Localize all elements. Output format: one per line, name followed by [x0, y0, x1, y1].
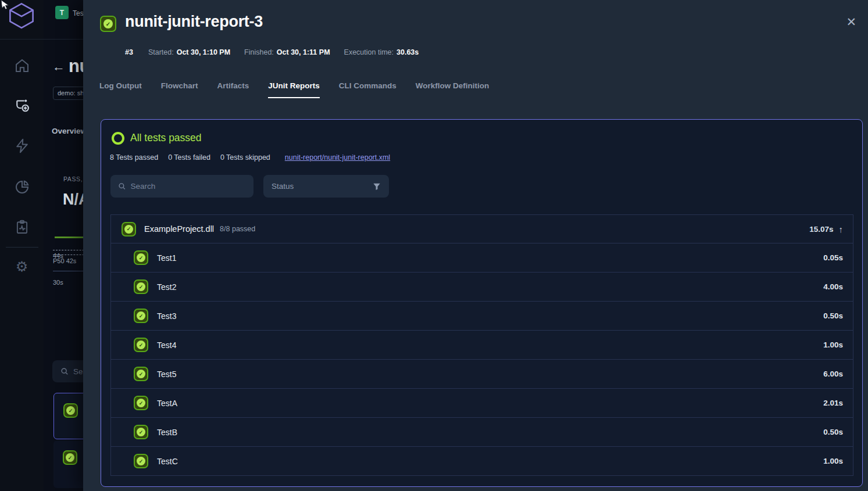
- finished-label: Finished:: [244, 48, 274, 56]
- test-success-badge-icon: ✓: [134, 396, 148, 410]
- test-name: TestB: [157, 428, 177, 437]
- suite-name: ExampleProject.dll: [144, 224, 214, 234]
- test-duration: 1.00s: [823, 341, 843, 349]
- test-duration: 6.00s: [823, 370, 843, 378]
- clipboard-report-icon: [13, 218, 31, 236]
- check-icon: ✓: [137, 399, 145, 407]
- test-search-input[interactable]: [131, 182, 246, 191]
- tests-passed-count: 8 Tests passed: [110, 153, 158, 162]
- test-search-box[interactable]: [110, 175, 253, 198]
- tenant-label: Tes: [73, 9, 84, 17]
- check-icon: ✓: [137, 311, 145, 320]
- execution-time-value: 30.63s: [397, 48, 419, 56]
- test-row[interactable]: ✓ TestC 1.00s: [111, 446, 853, 475]
- check-icon: ✓: [137, 282, 145, 291]
- home-icon: [13, 57, 31, 74]
- test-row[interactable]: ✓ Test2 4.00s: [111, 272, 853, 301]
- test-row[interactable]: ✓ TestB 0.50s: [111, 417, 853, 446]
- search-icon: [60, 367, 69, 375]
- suite-success-badge-icon: ✓: [122, 222, 136, 236]
- gear-icon: ⚙: [16, 260, 28, 274]
- tab-workflow-definition[interactable]: Workflow Definition: [416, 81, 490, 98]
- test-name: TestA: [157, 399, 177, 408]
- test-success-badge-icon: ✓: [134, 250, 148, 265]
- report-status-title: All tests passed: [130, 132, 202, 144]
- tab-overview-background[interactable]: Overview: [52, 127, 87, 135]
- tab-cli-commands[interactable]: CLI Commands: [339, 81, 397, 98]
- background-stat-p50: P50 42s: [53, 257, 76, 264]
- test-row[interactable]: ✓ Test5 6.00s: [111, 359, 853, 388]
- test-row[interactable]: ✓ Test4 1.00s: [111, 330, 853, 359]
- finished-value: Oct 30, 1:11 PM: [277, 48, 330, 56]
- test-duration: 0.05s: [823, 253, 843, 262]
- started-value: Oct 30, 1:10 PM: [177, 48, 230, 56]
- success-badge-icon: ✓: [63, 450, 77, 465]
- check-icon: ✓: [137, 341, 145, 349]
- tab-flowchart[interactable]: Flowchart: [161, 81, 198, 98]
- background-stat-30s: 30s: [53, 279, 63, 286]
- execution-success-badge-icon: ✓: [100, 16, 116, 32]
- background-card-label: PASS,: [63, 175, 83, 182]
- test-name: Test4: [157, 341, 176, 350]
- check-icon: ✓: [137, 370, 145, 378]
- test-success-badge-icon: ✓: [134, 425, 148, 439]
- sidebar-item-flows[interactable]: [0, 96, 44, 114]
- status-filter-select[interactable]: Status: [263, 175, 389, 198]
- modal-tabs: Log Output Flowchart Artifacts JUnit Rep…: [99, 81, 489, 98]
- execution-meta-row: #3 Started: Oct 30, 1:10 PM Finished: Oc…: [125, 48, 433, 56]
- test-success-badge-icon: ✓: [134, 338, 148, 352]
- screen: ⚙ T Tes ← nu demo: sh Overview PASS, N/A…: [0, 0, 868, 491]
- check-icon: ✓: [137, 428, 145, 436]
- test-duration: 0.50s: [823, 428, 843, 436]
- test-results-table: ✓ ExampleProject.dll 8/8 passed 15.07s ↑…: [110, 214, 853, 476]
- pie-chart-icon: [13, 178, 31, 196]
- started-label: Started:: [148, 48, 174, 56]
- tenant-avatar[interactable]: T: [55, 6, 69, 19]
- sidebar-item-dashboards[interactable]: [0, 178, 44, 196]
- sort-up-icon[interactable]: ↑: [839, 224, 844, 234]
- test-success-badge-icon: ✓: [134, 367, 148, 381]
- test-name: Test3: [157, 311, 176, 321]
- status-ring-icon: [112, 132, 124, 145]
- status-filter-label: Status: [272, 182, 294, 191]
- check-icon: ✓: [137, 253, 145, 262]
- sidebar-item-settings[interactable]: ⚙: [0, 260, 44, 274]
- tab-artifacts[interactable]: Artifacts: [217, 81, 249, 98]
- test-success-badge-icon: ✓: [134, 279, 148, 294]
- success-badge-icon: ✓: [63, 403, 78, 418]
- test-duration: 4.00s: [823, 282, 843, 291]
- check-icon: ✓: [66, 406, 75, 415]
- avatar-letter: T: [60, 9, 64, 17]
- test-row[interactable]: ✓ Test3 0.50s: [111, 301, 853, 330]
- check-icon: ✓: [137, 457, 145, 465]
- test-suite-row[interactable]: ✓ ExampleProject.dll 8/8 passed 15.07s ↑: [111, 215, 853, 243]
- test-name: Test5: [157, 370, 176, 379]
- test-success-badge-icon: ✓: [134, 454, 148, 468]
- run-number: #3: [125, 48, 133, 56]
- flow-create-icon: [13, 96, 31, 114]
- back-arrow-icon[interactable]: ←: [52, 59, 65, 74]
- close-icon[interactable]: ✕: [846, 15, 856, 29]
- test-row[interactable]: ✓ Test1 0.05s: [111, 243, 853, 272]
- suite-duration: 15.07s: [809, 225, 833, 234]
- report-file-link[interactable]: nunit-report/nunit-junit-report.xml: [285, 153, 390, 162]
- app-logo-cube-icon[interactable]: [7, 1, 36, 31]
- tests-skipped-count: 0 Tests skipped: [220, 153, 270, 162]
- sidebar-item-reports[interactable]: [0, 218, 44, 236]
- test-duration: 1.00s: [823, 457, 843, 465]
- test-name: Test2: [157, 282, 176, 292]
- test-duration: 2.01s: [823, 399, 843, 407]
- sidebar-item-executions[interactable]: [0, 137, 44, 155]
- topbar-divider: [0, 39, 83, 40]
- lightning-bolt-icon: [13, 137, 31, 155]
- tab-junit-reports[interactable]: JUnit Reports: [268, 81, 320, 98]
- check-icon: ✓: [124, 225, 133, 234]
- test-counts-row: 8 Tests passed 0 Tests failed 0 Tests sk…: [110, 153, 390, 162]
- test-row[interactable]: ✓ TestA 2.01s: [111, 388, 853, 417]
- tab-log-output[interactable]: Log Output: [99, 81, 142, 98]
- check-icon: ✓: [66, 453, 74, 462]
- sidebar-item-home[interactable]: [0, 57, 44, 74]
- check-icon: ✓: [103, 19, 113, 28]
- sidebar: ⚙: [0, 0, 44, 491]
- test-duration: 0.50s: [823, 311, 843, 320]
